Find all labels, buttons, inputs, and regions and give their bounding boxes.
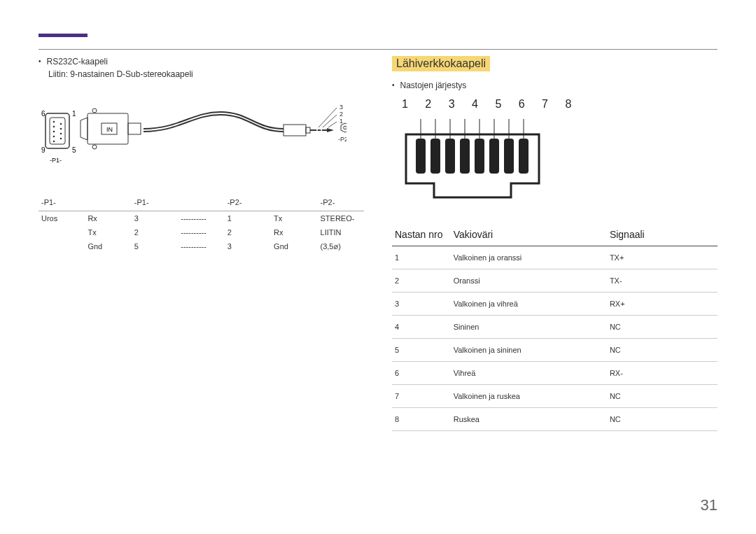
svg-point-8 — [60, 128, 62, 130]
in-label: IN — [106, 126, 113, 133]
col-p2a: -P2- — [225, 194, 271, 211]
svg-point-2 — [53, 121, 55, 123]
cell: NC — [607, 339, 718, 362]
cell: NC — [607, 316, 718, 339]
cell: Valkoinen ja vihreä — [451, 293, 607, 316]
svg-line-26 — [323, 115, 337, 127]
cell: 5 — [132, 239, 178, 253]
table-row: 7 Valkoinen ja ruskea NC — [392, 385, 718, 408]
svg-point-9 — [60, 133, 62, 135]
svg-rect-33 — [489, 139, 499, 174]
svg-rect-0 — [46, 113, 69, 148]
cell: 1 — [225, 211, 271, 226]
cell: 3 — [392, 293, 451, 316]
connector-desc: Liitin: 9-nastainen D-Sub-stereokaapeli — [48, 69, 364, 80]
top-divider — [38, 49, 718, 50]
svg-line-27 — [328, 122, 337, 127]
cell: Valkoinen ja ruskea — [451, 385, 607, 408]
cell: Oranssi — [451, 269, 607, 293]
table-row: 5 Valkoinen ja sininen NC — [392, 339, 718, 362]
rs232c-cable-diagram: 6 1 9 5 -P1- IN — [38, 98, 346, 175]
table-row: 6 Vihreä RX- — [392, 362, 718, 385]
cell: Uros — [38, 211, 85, 226]
svg-marker-12 — [80, 118, 88, 140]
svg-point-3 — [53, 126, 55, 128]
cell: Sininen — [451, 316, 607, 339]
lan-cable-heading: Lähiverkkokaapeli — [392, 56, 490, 71]
svg-rect-32 — [475, 139, 484, 174]
svg-rect-30 — [445, 139, 455, 174]
rs232c-bullet: • RS232C-kaapeli — [38, 56, 364, 67]
col-p1a: -P1- — [38, 194, 85, 211]
cell — [38, 225, 85, 239]
svg-point-4 — [53, 131, 55, 133]
dsub-pin6-label: 6 — [41, 110, 46, 118]
cell: 2 — [392, 269, 451, 293]
cell: Rx — [85, 211, 131, 226]
rs232c-label: RS232C-kaapeli — [47, 56, 108, 67]
svg-rect-1 — [50, 118, 65, 144]
table-row: 4 Sininen NC — [392, 316, 718, 339]
dsub-pin5-label: 5 — [72, 146, 76, 154]
right-column: Lähiverkkokaapeli • Nastojen järjestys 1… — [392, 56, 718, 431]
dsub-pin1-label: 1 — [72, 110, 76, 118]
cell: NC — [607, 408, 718, 431]
table-header-row: -P1- -P1- -P2- -P2- — [38, 194, 364, 211]
svg-point-5 — [53, 136, 55, 138]
cell: Gnd — [271, 239, 317, 253]
cell: 2 — [132, 225, 178, 239]
cell: 1 — [392, 246, 451, 269]
col-p2b: -P2- — [318, 194, 364, 211]
accent-bar — [38, 34, 88, 37]
table-row: Uros Rx 3 ---------- 1 Tx STEREO- — [38, 211, 364, 226]
cell: Tx — [271, 211, 317, 226]
rj45-pin-numbers: 1 2 3 4 5 6 7 8 — [402, 98, 718, 111]
left-column: • RS232C-kaapeli Liitin: 9-nastainen D-S… — [38, 56, 364, 431]
svg-rect-35 — [519, 139, 528, 174]
pin-order-label: Nastojen järjestys — [400, 80, 467, 91]
svg-marker-20 — [327, 128, 334, 132]
cell: Vihreä — [451, 362, 607, 385]
cell: Gnd — [85, 239, 131, 253]
page-content: • RS232C-kaapeli Liitin: 9-nastainen D-S… — [0, 0, 756, 459]
svg-rect-29 — [430, 139, 440, 174]
svg-rect-16 — [128, 123, 141, 134]
jack-contact-1: 1 — [340, 118, 343, 125]
svg-point-7 — [60, 123, 62, 125]
col-p1b: -P1- — [132, 194, 178, 211]
cell: 3 — [225, 239, 271, 253]
cell: 5 — [392, 339, 451, 362]
table-row: 2 Oranssi TX- — [392, 269, 718, 293]
bullet-icon: • — [38, 56, 41, 67]
svg-point-10 — [60, 138, 62, 140]
cell: TX+ — [607, 246, 718, 269]
page-number: 31 — [701, 496, 718, 514]
cell: 4 — [392, 316, 451, 339]
rs232c-pin-table: -P1- -P1- -P2- -P2- Uros Rx 3 ----------… — [38, 194, 364, 253]
table-row: 1 Valkoinen ja oranssi TX+ — [392, 246, 718, 269]
svg-rect-31 — [460, 139, 470, 174]
cell: 8 — [392, 408, 451, 431]
cell: NC — [607, 385, 718, 408]
bullet-icon: • — [392, 80, 395, 91]
jack-contact-2: 2 — [340, 111, 343, 118]
cell: ---------- — [178, 239, 224, 253]
p1-label: -P1- — [50, 157, 62, 164]
svg-point-14 — [92, 145, 97, 149]
table-row: 3 Valkoinen ja vihreä RX+ — [392, 293, 718, 316]
cell: RX- — [607, 362, 718, 385]
table-row: Gnd 5 ---------- 3 Gnd (3,5ø) — [38, 239, 364, 253]
svg-point-13 — [92, 108, 97, 113]
cell: LIITIN — [318, 225, 364, 239]
cell: Rx — [271, 225, 317, 239]
cell: TX- — [607, 269, 718, 293]
cell: RX+ — [607, 293, 718, 316]
svg-rect-28 — [416, 139, 426, 174]
table-row: 8 Ruskea NC — [392, 408, 718, 431]
cell: 7 — [392, 385, 451, 408]
jack-contact-3: 3 — [340, 104, 343, 111]
table-header-row: Nastan nro Vakioväri Signaali — [392, 223, 718, 246]
cell: 2 — [225, 225, 271, 239]
cell — [38, 239, 85, 253]
col-color: Vakioväri — [451, 223, 607, 246]
